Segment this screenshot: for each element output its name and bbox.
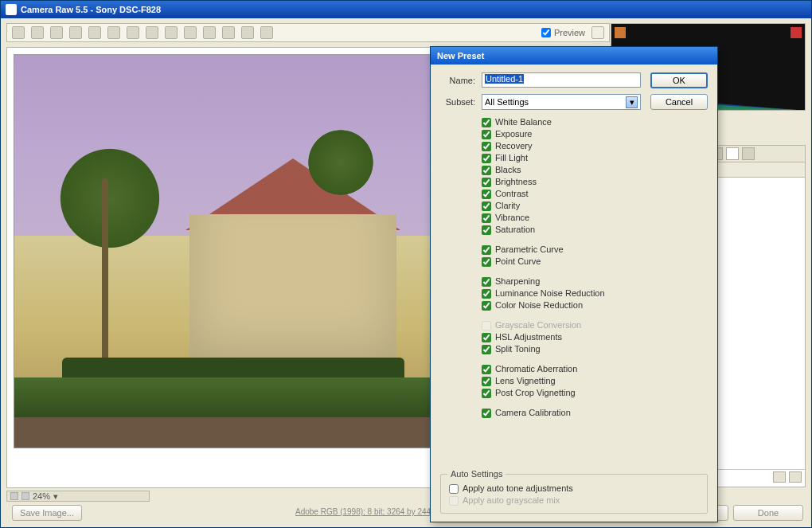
chk-white-balance[interactable]: White Balance (482, 116, 708, 128)
chk-vibrance[interactable]: Vibrance (482, 212, 708, 224)
rotate-ccw-icon[interactable] (241, 26, 254, 39)
chk-saturation[interactable]: Saturation (482, 224, 708, 236)
chk-lens-vignetting[interactable]: Lens Vignetting (482, 375, 708, 387)
crop-tool-icon[interactable] (107, 26, 120, 39)
chk-contrast[interactable]: Contrast (482, 188, 708, 200)
auto-settings-group: Auto Settings Apply auto tone adjustment… (440, 474, 708, 514)
preview-checkbox-input[interactable] (541, 28, 551, 37)
fullscreen-toggle-icon[interactable] (591, 26, 604, 39)
ok-button[interactable]: OK (650, 72, 708, 88)
chk-auto-grayscale: Apply auto grayscale mix (449, 495, 699, 506)
chk-sharpening[interactable]: Sharpening (482, 276, 708, 287)
chk-split-toning[interactable]: Split Toning (482, 343, 708, 355)
color-sampler-tool-icon[interactable] (69, 26, 82, 39)
chk-color-nr[interactable]: Color Noise Reduction (482, 299, 708, 311)
chk-recovery[interactable]: Recovery (482, 140, 708, 152)
chk-point-curve[interactable]: Point Curve (482, 256, 708, 268)
spot-removal-tool-icon[interactable] (146, 26, 158, 39)
delete-preset-icon[interactable] (789, 471, 802, 483)
target-adjust-tool-icon[interactable] (88, 26, 101, 39)
chk-grayscale-conversion: Grayscale Conversion (482, 319, 708, 331)
rotate-cw-icon[interactable] (260, 26, 273, 39)
chk-hsl-adjustments[interactable]: HSL Adjustments (482, 331, 708, 343)
preset-name-value: Untitled-1 (485, 74, 524, 84)
chk-camera-calibration[interactable]: Camera Calibration (482, 407, 708, 419)
dialog-title: New Preset (437, 51, 484, 61)
preview-label: Preview (554, 28, 585, 37)
redeye-tool-icon[interactable] (165, 26, 178, 39)
shadow-clip-warning-icon[interactable] (615, 27, 626, 38)
graduated-filter-tool-icon[interactable] (203, 26, 216, 39)
chk-clarity[interactable]: Clarity (482, 200, 708, 212)
save-image-button[interactable]: Save Image... (12, 505, 82, 521)
highlight-clip-warning-icon[interactable] (791, 27, 802, 38)
chevron-down-icon[interactable]: ▾ (626, 96, 638, 108)
new-preset-icon[interactable] (773, 471, 786, 483)
subset-value: All Settings (485, 97, 529, 107)
zoom-tool-icon[interactable] (12, 26, 25, 39)
chk-post-crop-vignetting[interactable]: Post Crop Vignetting (482, 387, 708, 399)
straighten-tool-icon[interactable] (127, 26, 139, 39)
zoom-dropdown-icon[interactable]: ▾ (53, 491, 58, 502)
tab-presets-icon[interactable] (726, 147, 739, 160)
chk-parametric-curve[interactable]: Parametric Curve (482, 244, 708, 256)
preview-checkbox[interactable]: Preview (541, 28, 585, 37)
preset-name-input[interactable]: Untitled-1 (482, 72, 641, 88)
subset-label: Subset: (440, 97, 475, 107)
chk-brightness[interactable]: Brightness (482, 176, 708, 188)
chk-luminance-nr[interactable]: Luminance Noise Reduction (482, 287, 708, 299)
name-label: Name: (440, 76, 475, 85)
chk-chromatic-aberration[interactable]: Chromatic Aberration (482, 363, 708, 375)
chk-fill-light[interactable]: Fill Light (482, 152, 708, 164)
dialog-titlebar[interactable]: New Preset (431, 47, 717, 65)
white-balance-tool-icon[interactable] (50, 26, 63, 39)
chk-auto-tone[interactable]: Apply auto tone adjustments (449, 483, 699, 495)
zoom-strip[interactable]: 24% ▾ (6, 491, 150, 502)
dialog-cancel-button[interactable]: Cancel (650, 94, 708, 110)
subset-select[interactable]: All Settings ▾ (482, 94, 641, 110)
app-icon (6, 4, 17, 15)
toolbar: Preview (6, 23, 610, 42)
preview-image (14, 54, 443, 448)
zoom-value[interactable]: 24% (33, 491, 50, 501)
zoom-out-icon[interactable] (10, 492, 18, 500)
window-title: Camera Raw 5.5 - Sony DSC-F828 (21, 5, 161, 14)
zoom-in-icon[interactable] (21, 492, 29, 500)
new-preset-dialog: New Preset OK Cancel Name: Untitled-1 Su… (430, 46, 718, 522)
chk-blacks[interactable]: Blacks (482, 164, 708, 176)
tab-snapshots-icon[interactable] (742, 147, 755, 160)
auto-settings-legend: Auto Settings (447, 469, 506, 479)
chk-exposure[interactable]: Exposure (482, 128, 708, 140)
hand-tool-icon[interactable] (31, 26, 44, 39)
done-button[interactable]: Done (733, 505, 803, 521)
adjustment-brush-tool-icon[interactable] (184, 26, 197, 39)
preferences-tool-icon[interactable] (222, 26, 235, 39)
titlebar[interactable]: Camera Raw 5.5 - Sony DSC-F828 (1, 1, 811, 18)
